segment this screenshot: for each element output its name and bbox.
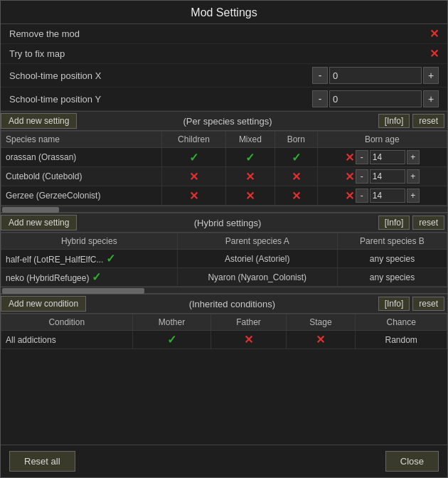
add-condition-button[interactable]: Add new condition <box>1 296 86 312</box>
position-y-row: School-time position Y - + <box>1 87 447 111</box>
hybrid-header: Add new setting (Hybrid settings) [Info]… <box>1 213 447 233</box>
species-row: orassan (Orassan) ✓ ✓ ✓ ✕ - + <box>1 148 447 167</box>
x-icon: ✕ <box>292 171 301 183</box>
born-cell: ✓ <box>275 148 317 167</box>
position-x-minus[interactable]: - <box>312 67 328 84</box>
x-icon: ✕ <box>245 190 255 202</box>
hybrid-row: half-elf (LotRE_HalfElfC... ✓ Astoriel (… <box>1 250 447 268</box>
inherited-header: Add new condition (Inherited conditions)… <box>1 294 447 314</box>
children-cell: ✕ <box>162 167 225 186</box>
per-species-reset-button[interactable]: reset <box>412 114 444 128</box>
fix-map-row: Try to fix map ✕ <box>1 44 447 64</box>
hybrid-table: Hybrid species Parent species A Parent s… <box>1 233 447 287</box>
hybrid-reset-button[interactable]: reset <box>412 216 444 230</box>
position-x-field[interactable] <box>329 67 422 84</box>
born-age-cell: ✕ - + <box>317 186 447 206</box>
age-input[interactable] <box>370 150 405 164</box>
position-x-plus[interactable]: + <box>423 67 439 84</box>
position-y-minus[interactable]: - <box>312 90 328 107</box>
x-icon: ✕ <box>189 171 198 183</box>
remove-mod-value: ✕ <box>430 27 439 41</box>
check-icon: ✓ <box>245 152 255 164</box>
reset-all-button[interactable]: Reset all <box>9 451 75 472</box>
col-mixed: Mixed <box>225 132 275 148</box>
col-mother: Mother <box>132 314 211 331</box>
check-icon: ✓ <box>292 152 301 164</box>
age-plus[interactable]: + <box>407 150 420 164</box>
fix-map-icon: ✕ <box>430 47 439 60</box>
born-age-cell: ✕ - + <box>317 148 447 167</box>
fix-map-value: ✕ <box>430 47 439 60</box>
position-x-input-group: - + <box>312 67 439 84</box>
x-icon: ✕ <box>345 170 354 184</box>
remove-mod-label: Remove the mod <box>9 28 80 39</box>
mixed-cell: ✕ <box>225 186 275 206</box>
scroll-thumb-2[interactable] <box>2 288 144 294</box>
born-age-cell: ✕ - + <box>317 167 447 186</box>
scroll-area-1[interactable] <box>1 206 447 213</box>
children-cell: ✓ <box>162 148 225 167</box>
age-minus[interactable]: - <box>356 150 368 164</box>
position-y-input-group: - + <box>312 90 439 107</box>
x-icon: ✕ <box>345 151 354 164</box>
per-species-header-row: Species name Children Mixed Born Born ag… <box>1 132 447 148</box>
species-name-cell: Cutebold (Cutebold) <box>1 167 162 186</box>
add-species-setting-button[interactable]: Add new setting <box>1 113 77 129</box>
col-father: Father <box>211 314 286 331</box>
per-species-info-button[interactable]: [Info] <box>378 114 410 128</box>
x-icon: ✕ <box>244 334 253 346</box>
title-text: Mod Settings <box>191 6 257 18</box>
age-plus[interactable]: + <box>407 169 420 184</box>
col-hybrid-species: Hybrid species <box>1 233 178 250</box>
species-row: Gerzee (GerzeeColonist) ✕ ✕ ✕ ✕ - + <box>1 186 447 206</box>
position-y-plus[interactable]: + <box>423 90 439 107</box>
check-icon: ✓ <box>189 152 198 164</box>
condition-row: All addictions ✓ ✕ ✕ Random <box>1 331 447 349</box>
born-cell: ✕ <box>275 186 317 206</box>
mixed-cell: ✓ <box>225 148 275 167</box>
col-parent-a: Parent species A <box>177 233 337 250</box>
scroll-thumb-1[interactable] <box>2 207 59 213</box>
age-input[interactable] <box>370 188 405 203</box>
position-x-controls: - + <box>312 67 439 84</box>
inherited-reset-button[interactable]: reset <box>412 297 444 311</box>
chance-cell: Random <box>356 331 447 349</box>
fix-map-label: Try to fix map <box>9 48 65 59</box>
hybrid-header-row: Hybrid species Parent species A Parent s… <box>1 233 447 250</box>
hybrid-species-cell: neko (HybridRefugee) ✓ <box>1 268 178 287</box>
hybrid-species-cell: half-elf (LotRE_HalfElfC... ✓ <box>1 250 178 268</box>
hybrid-row: neko (HybridRefugee) ✓ Nyaron (Nyaron_Co… <box>1 268 447 287</box>
age-input[interactable] <box>370 169 405 184</box>
col-parent-b: Parent species B <box>337 233 447 250</box>
col-stage: Stage <box>286 314 356 331</box>
remove-mod-icon: ✕ <box>430 27 439 41</box>
per-species-table: Species name Children Mixed Born Born ag… <box>1 131 447 206</box>
mixed-cell: ✕ <box>225 167 275 186</box>
col-species-name: Species name <box>1 132 162 148</box>
col-chance: Chance <box>356 314 447 331</box>
inherited-info-button[interactable]: [Info] <box>378 297 410 311</box>
add-hybrid-setting-button[interactable]: Add new setting <box>1 215 77 230</box>
close-button[interactable]: Close <box>385 451 439 472</box>
check-icon: ✓ <box>106 253 115 265</box>
age-plus[interactable]: + <box>407 188 420 203</box>
per-species-title: (Per species settings) <box>77 116 378 127</box>
species-name-cell: Gerzee (GerzeeColonist) <box>1 186 162 206</box>
x-icon: ✕ <box>292 190 301 202</box>
x-icon: ✕ <box>316 334 325 346</box>
parent-a-cell: Nyaron (Nyaron_Colonist) <box>177 268 337 287</box>
position-x-label: School-time position X <box>9 70 101 81</box>
col-born: Born <box>275 132 317 148</box>
parent-a-cell: Astoriel (Astoriel) <box>177 250 337 268</box>
parent-b-cell: any species <box>337 268 447 287</box>
age-minus[interactable]: - <box>356 188 368 203</box>
bottom-bar: Reset all Close <box>1 445 447 477</box>
mother-cell: ✓ <box>132 331 211 349</box>
hybrid-info-button[interactable]: [Info] <box>378 216 410 230</box>
scroll-area-2[interactable] <box>1 287 447 294</box>
remove-mod-row: Remove the mod ✕ <box>1 24 447 44</box>
position-y-field[interactable] <box>329 90 422 107</box>
age-minus[interactable]: - <box>356 169 368 184</box>
check-icon: ✓ <box>92 271 101 283</box>
father-cell: ✕ <box>211 331 286 349</box>
